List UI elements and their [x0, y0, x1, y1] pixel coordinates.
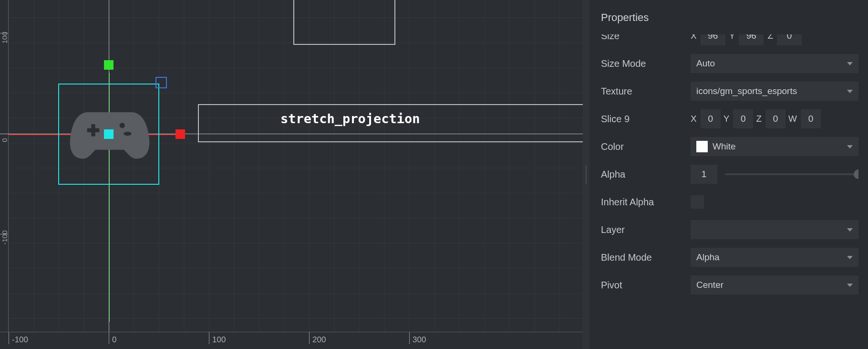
prop-row-color: Color White	[601, 133, 858, 160]
prop-label-layer: Layer	[601, 224, 687, 235]
axis-label-y: Y	[723, 114, 730, 124]
node-label-stretch: stretch_projection	[280, 111, 420, 126]
axis-label-z: Z	[767, 34, 773, 41]
prop-row-pivot: Pivot Center	[601, 271, 858, 299]
prop-row-texture: Texture icons/gm_sports_esports	[601, 77, 858, 105]
prop-row-size: Size X Y Z	[601, 34, 858, 50]
scene-viewport[interactable]: 100 0 -100 stretch_projection -100	[0, 0, 583, 349]
axis-label-w: W	[788, 114, 797, 124]
ruler-vertical: 100 0 -100	[0, 0, 9, 332]
prop-label-inherit-alpha: Inherit Alpha	[601, 197, 687, 208]
chevron-down-icon	[847, 256, 853, 259]
blend-mode-dropdown[interactable]: Alpha	[691, 248, 858, 267]
texture-dropdown[interactable]: icons/gm_sports_esports	[691, 82, 858, 101]
axis-label-x: X	[691, 34, 697, 41]
slice9-w-input[interactable]	[801, 109, 821, 128]
alpha-input[interactable]	[691, 165, 717, 184]
ruler-tick-label: -100	[9, 332, 28, 344]
ruler-tick-label: 100	[209, 332, 226, 344]
dropdown-value: Auto	[696, 58, 715, 69]
alpha-slider[interactable]	[725, 173, 858, 175]
axis-label-x: X	[691, 114, 697, 124]
prop-label-size-mode: Size Mode	[601, 58, 687, 69]
inherit-alpha-checkbox[interactable]	[691, 195, 704, 209]
ruler-tick-label: 0	[109, 332, 116, 344]
pivot-dropdown[interactable]: Center	[691, 275, 858, 295]
chevron-down-icon	[847, 145, 853, 148]
prop-row-inherit-alpha: Inherit Alpha	[601, 188, 858, 216]
dropdown-value: Center	[696, 280, 723, 290]
panel-title: Properties	[601, 11, 858, 24]
prop-label-slice9: Slice 9	[601, 114, 687, 125]
chevron-down-icon	[847, 62, 853, 65]
prop-row-blend-mode: Blend Mode Alpha	[601, 243, 858, 271]
prop-label-texture: Texture	[601, 86, 687, 97]
dropdown-value: icons/gm_sports_esports	[696, 86, 797, 96]
ruler-tick-label: 200	[309, 332, 326, 344]
prop-label-color: Color	[601, 141, 687, 152]
axis-label-z: Z	[756, 114, 762, 124]
panel-splitter[interactable]	[583, 0, 589, 349]
size-z-input[interactable]	[777, 34, 802, 45]
dropdown-value: Alpha	[696, 252, 720, 263]
color-dropdown[interactable]: White	[691, 137, 858, 156]
node-box-top[interactable]	[293, 0, 395, 45]
size-mode-dropdown[interactable]: Auto	[691, 54, 858, 73]
prop-row-alpha: Alpha	[601, 160, 858, 188]
size-y-input[interactable]	[739, 34, 764, 45]
gizmo-handle-x[interactable]	[176, 129, 185, 139]
ruler-tick-label: 300	[409, 332, 426, 344]
prop-row-slice9: Slice 9 X Y Z	[601, 105, 858, 133]
ruler-tick-label: 0	[0, 136, 9, 145]
prop-label-alpha: Alpha	[601, 169, 687, 180]
prop-label-blend-mode: Blend Mode	[601, 252, 687, 263]
prop-label-pivot: Pivot	[601, 280, 687, 291]
chevron-down-icon	[847, 90, 853, 93]
slice9-x-input[interactable]	[701, 109, 721, 128]
prop-row-size-mode: Size Mode Auto	[601, 50, 858, 77]
axis-label-y: Y	[729, 34, 735, 41]
ruler-tick-label: -100	[0, 236, 9, 245]
ruler-tick-label: 100	[0, 35, 9, 44]
dropdown-value: White	[713, 141, 736, 152]
gizmo-handle-corner[interactable]	[155, 77, 167, 88]
gizmo-handle-center[interactable]	[104, 129, 114, 139]
chevron-down-icon	[847, 228, 853, 232]
slider-knob[interactable]	[854, 169, 858, 179]
gizmo-handle-y[interactable]	[104, 60, 114, 70]
ruler-horizontal: -100 0 100 200 300	[0, 332, 583, 349]
layer-dropdown[interactable]	[691, 220, 858, 239]
color-swatch	[696, 141, 708, 152]
size-x-input[interactable]	[701, 34, 725, 45]
slice9-z-input[interactable]	[765, 109, 785, 128]
chevron-down-icon	[847, 284, 853, 287]
prop-label-size: Size	[601, 34, 687, 42]
properties-panel: Properties Size X Y	[589, 0, 868, 349]
slice9-y-input[interactable]	[733, 109, 753, 128]
prop-row-layer: Layer	[601, 216, 858, 243]
